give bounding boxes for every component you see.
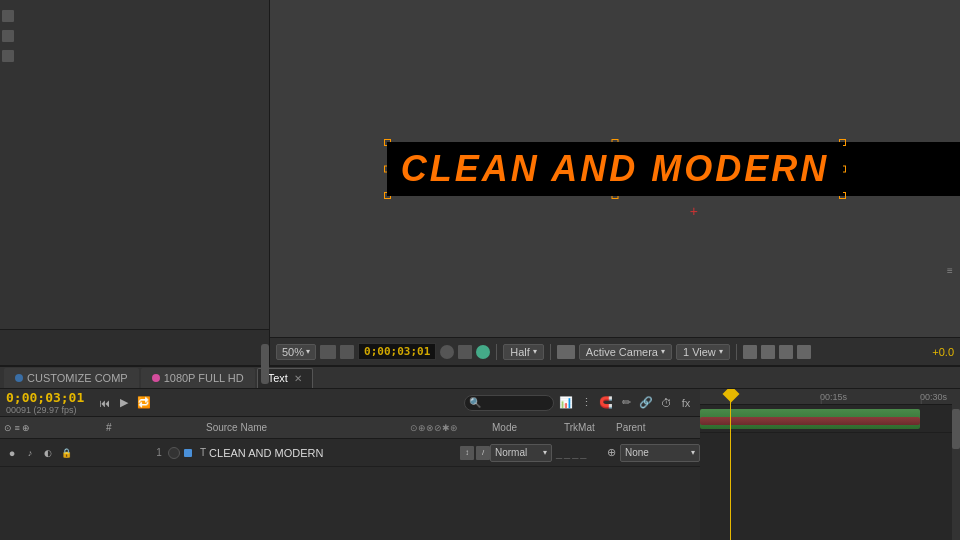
preview-text: CLEAN AND MODERN	[387, 142, 844, 196]
layer-parent-icon: ⊕	[602, 445, 620, 461]
layer-search-input[interactable]	[464, 395, 554, 411]
timeline-scrollbar-v[interactable]	[952, 389, 960, 540]
tab-dot-1080p	[152, 374, 160, 382]
header-parent: Parent	[616, 422, 696, 433]
layer-number: 1	[150, 447, 168, 458]
header-source-name: Source Name	[206, 422, 408, 433]
tl-fx-btn[interactable]: fx	[678, 395, 694, 411]
ruler-mark-15s: 00:15s	[820, 389, 847, 404]
tabs-bar: CUSTOMIZE COMP 1080P FULL HD Text ✕ ≡	[0, 367, 960, 389]
view-count-label: 1 View	[683, 346, 716, 358]
timeline-content: 0;00;03;01 00091 (29.97 fps) ⏮ ▶ 🔁 📊 ⋮ 🧲…	[0, 389, 960, 540]
toolbar-divider-3	[736, 344, 737, 360]
tl-pen-btn[interactable]: ✏	[618, 395, 634, 411]
render-icon[interactable]	[797, 345, 811, 359]
toolbar-divider-2	[550, 344, 551, 360]
left-panel-bottom	[0, 330, 269, 365]
layer-mode-caret: ▾	[543, 448, 547, 457]
quality-dropdown[interactable]: Half ▾	[503, 344, 544, 360]
top-area: CLEAN AND MODERN + 50% ▾	[0, 0, 960, 365]
layer-header-switches: ⊙ ≡ ⊕	[4, 423, 104, 433]
layer-name: CLEAN AND MODERN	[209, 447, 323, 459]
layer-color-swatch[interactable]	[184, 449, 192, 457]
zoom-control[interactable]: 50% ▾	[276, 344, 316, 360]
layer-name-cell[interactable]: T CLEAN AND MODERN	[196, 447, 460, 459]
layer-bar-red[interactable]	[700, 417, 920, 425]
scrollbar-thumb-v[interactable]	[952, 409, 960, 449]
camera-view-dropdown[interactable]: Active Camera ▾	[579, 344, 672, 360]
tab-customize-comp[interactable]: CUSTOMIZE COMP	[4, 368, 139, 388]
layer-video-btn[interactable]	[168, 447, 180, 459]
viewer-icon[interactable]	[779, 345, 793, 359]
timeline-left: 0;00;03;01 00091 (29.97 fps) ⏮ ▶ 🔁 📊 ⋮ 🧲…	[0, 389, 700, 540]
timecode-block: 0;00;03;01 00091 (29.97 fps)	[6, 390, 84, 415]
tab-label-text: Text	[268, 372, 288, 384]
tl-fps: 00091 (29.97 fps)	[6, 405, 84, 415]
view-count-dropdown[interactable]: 1 View ▾	[676, 344, 730, 360]
channels-icon[interactable]	[557, 345, 575, 359]
layer-transform-btn[interactable]: ↕	[460, 446, 474, 460]
layer-visibility-toggle[interactable]: ●	[4, 445, 20, 461]
preview-canvas: CLEAN AND MODERN +	[270, 0, 960, 337]
layer-lock-toggle[interactable]: 🔒	[58, 445, 74, 461]
header-trkmat: TrkMat	[564, 422, 614, 433]
tl-graph-btn[interactable]: 📊	[558, 395, 574, 411]
tab-label-customize: CUSTOMIZE COMP	[27, 372, 128, 384]
text-overflow-bg	[843, 142, 960, 196]
layer-switches: ● ♪ ◐ 🔒	[0, 445, 150, 461]
timeline-controls-row: 0;00;03;01 00091 (29.97 fps) ⏮ ▶ 🔁 📊 ⋮ 🧲…	[0, 389, 700, 417]
tl-play-prev[interactable]: ⏮	[96, 395, 112, 411]
camera-icon[interactable]	[440, 345, 454, 359]
timeline-ruler: 00:15s 00:30s	[700, 389, 960, 405]
timeline-layer-area	[700, 405, 960, 528]
layer-style-btn[interactable]: /	[476, 446, 490, 460]
layer-audio-toggle[interactable]: ♪	[22, 445, 38, 461]
tl-link-btn[interactable]: 🔗	[638, 395, 654, 411]
color-icon[interactable]	[476, 345, 490, 359]
header-num: #	[106, 422, 124, 433]
camera-view-caret: ▾	[661, 347, 665, 356]
region-icon[interactable]	[340, 345, 354, 359]
tl-loop-btn[interactable]: 🔁	[136, 395, 152, 411]
tl-clock-btn[interactable]: ⏱	[658, 395, 674, 411]
current-time-line	[730, 389, 731, 540]
tl-timecode: 0;00;03;01	[6, 390, 84, 405]
ruler-mark-30s: 00:30s	[920, 389, 947, 404]
left-panel-preview	[0, 0, 269, 330]
tab-dot-customize	[15, 374, 23, 382]
edge-icon-2	[2, 30, 14, 42]
edge-icons	[0, 0, 16, 329]
layer-transform-icons: ↕ /	[460, 446, 490, 460]
tab-1080p[interactable]: 1080P FULL HD	[141, 368, 255, 388]
timeline-area: CUSTOMIZE COMP 1080P FULL HD Text ✕ ≡ 0;…	[0, 365, 960, 540]
tl-snap-btn[interactable]: 🧲	[598, 395, 614, 411]
zoom-label: 50%	[282, 346, 304, 358]
fit-icon[interactable]	[320, 345, 336, 359]
layer-trkmat-value: ____	[556, 447, 588, 459]
quality-caret: ▾	[533, 347, 537, 356]
preview-area: CLEAN AND MODERN + 50% ▾	[270, 0, 960, 365]
layer-solo-toggle[interactable]: ◐	[40, 445, 56, 461]
layer-type-icon-text: T	[200, 447, 206, 458]
edge-icon-3	[2, 50, 14, 62]
layer-empty-area	[0, 467, 700, 540]
layer-header-row: ⊙ ≡ ⊕ # Source Name ⊙⊕⊗⊘✱⊛ Mode TrkMat P…	[0, 417, 700, 439]
safe-icon[interactable]	[761, 345, 775, 359]
preview-timecode[interactable]: 0;00;03;01	[358, 343, 436, 360]
tab-close-text[interactable]: ✕	[294, 373, 302, 384]
layer-row-0: ● ♪ ◐ 🔒 1 T CLEAN AND MODERN ↕	[0, 439, 700, 467]
snapshot-icon[interactable]	[458, 345, 472, 359]
text-layer-container[interactable]: CLEAN AND MODERN	[387, 142, 844, 196]
grid-icon[interactable]	[743, 345, 757, 359]
tl-flow-btn[interactable]: ⋮	[578, 395, 594, 411]
edge-icon-1	[2, 10, 14, 22]
header-switch-icons: ⊙⊕⊗⊘✱⊛	[410, 423, 458, 433]
layer-mode-dropdown[interactable]: Normal ▾	[490, 444, 552, 462]
header-switches-label: ⊙ ≡ ⊕	[4, 423, 30, 433]
layer-parent-caret: ▾	[691, 448, 695, 457]
zoom-caret: ▾	[306, 347, 310, 356]
tl-play-btn[interactable]: ▶	[116, 395, 132, 411]
layer-parent-dropdown[interactable]: None ▾	[620, 444, 700, 462]
timeline-right[interactable]: 00:15s 00:30s	[700, 389, 960, 540]
scroll-handle[interactable]	[261, 344, 269, 384]
